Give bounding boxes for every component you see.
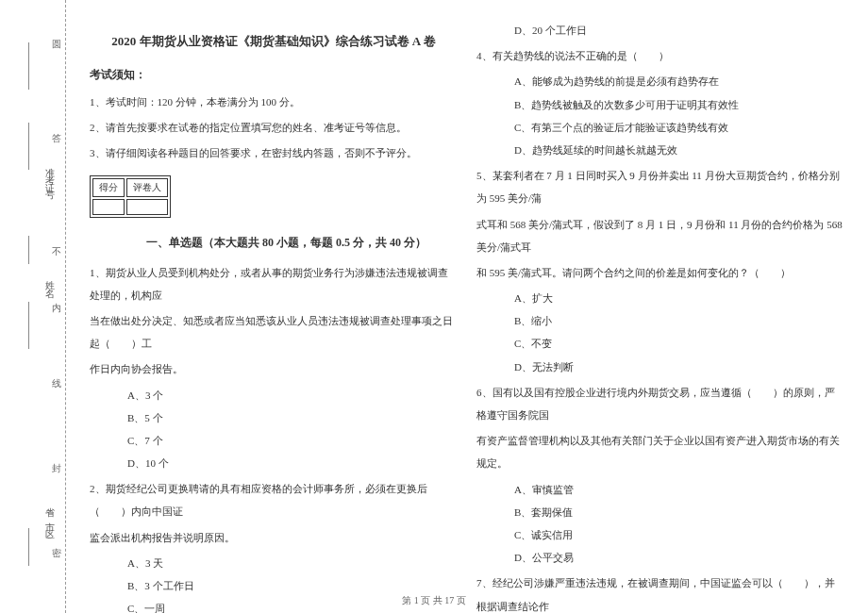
q6-option-b: B、套期保值	[514, 501, 844, 523]
score-header: 评卷人	[126, 178, 168, 197]
q2-stem: 2、期货经纪公司更换聘请的具有相应资格的会计师事务所，必须在更换后（ ）内向中国…	[90, 477, 458, 522]
q5-stem: 和 595 美/蒲式耳。请问两个合约之间的价差是如何变化的？（ ）	[476, 261, 844, 284]
seal-char: 答	[52, 132, 61, 145]
q5-option-c: C、不变	[514, 332, 844, 355]
seal-char: 圆	[52, 38, 61, 51]
underline	[28, 302, 29, 349]
q1-option-c: C、7 个	[127, 429, 458, 452]
q1-stem: 1、期货从业人员受到机构处分，或者从事的期货业务行为涉嫌违法违规被调查处理的，机…	[90, 261, 458, 306]
q6-stem: 有资产监督管理机构以及其他有关部门关于企业以国有资产进入期货市场的有关规定。	[476, 429, 844, 474]
seal-char: 封	[52, 462, 61, 475]
underline	[28, 42, 29, 90]
q1-option-b: B、5 个	[127, 406, 458, 429]
q4-option-a: A、能够成为趋势线的前提是必须有趋势存在	[514, 70, 844, 92]
q1-stem: 作日内向协会报告。	[90, 357, 458, 380]
exam-page: 圆 准考证号 答 不 姓名 内 线 封 省（市区） 密 2020 年期货从业资格…	[0, 0, 868, 613]
q6-stem: 6、国有以及国有控股企业进行境内外期货交易，应当遵循（ ）的原则，严格遵守国务院…	[476, 381, 844, 426]
q5-option-d: D、无法判断	[514, 356, 844, 378]
q1-stem: 当在做出处分决定、知悉或者应当知悉该从业人员违法违规被调查处理事项之日起（ ）工	[90, 309, 458, 355]
q6-option-c: C、诚实信用	[514, 523, 844, 546]
score-header: 得分	[92, 178, 125, 197]
q4-option-c: C、有第三个点的验证后才能验证该趋势线有效	[514, 116, 844, 139]
label-district: 省（市区）	[42, 500, 56, 538]
binding-margin: 圆 准考证号 答 不 姓名 内 线 封 省（市区） 密	[0, 0, 66, 613]
q3-option-d: D、20 个工作日	[514, 19, 844, 41]
label-id: 准考证号	[42, 160, 56, 191]
seal-char: 不	[52, 245, 61, 258]
q5-option-a: A、扩大	[514, 287, 844, 309]
underline	[28, 528, 29, 566]
score-table: 得分 评卷人	[90, 175, 171, 218]
underline	[28, 123, 29, 170]
notice-line: 3、请仔细阅读各种题目的回答要求，在密封线内答题，否则不予评分。	[90, 141, 458, 164]
q4-option-d: D、趋势线延续的时间越长就越无效	[514, 139, 844, 161]
q5-option-b: B、缩小	[514, 309, 844, 332]
q4-stem: 4、有关趋势线的说法不正确的是（ ）	[476, 44, 844, 67]
q1-option-a: A、3 个	[127, 384, 458, 406]
notice-line: 2、请首先按要求在试卷的指定位置填写您的姓名、准考证号等信息。	[90, 116, 458, 139]
left-column: 2020 年期货从业资格证《期货基础知识》综合练习试卷 A 卷 考试须知： 1、…	[80, 19, 467, 585]
seal-char: 密	[52, 547, 61, 560]
exam-title: 2020 年期货从业资格证《期货基础知识》综合练习试卷 A 卷	[90, 33, 458, 50]
seal-char: 内	[52, 302, 61, 315]
content-area: 2020 年期货从业资格证《期货基础知识》综合练习试卷 A 卷 考试须知： 1、…	[66, 0, 868, 613]
notice-title: 考试须知：	[90, 67, 458, 83]
q6-option-d: D、公平交易	[514, 546, 844, 569]
q4-option-b: B、趋势线被触及的次数多少可用于证明其有效性	[514, 93, 844, 116]
q5-stem: 式耳和 568 美分/蒲式耳，假设到了 8 月 1 日，9 月份和 11 月份的…	[476, 213, 844, 258]
page-footer: 第 1 页 共 17 页	[0, 594, 868, 607]
q2-stem: 监会派出机构报告并说明原因。	[90, 526, 458, 549]
part-title: 一、单选题（本大题共 80 小题，每题 0.5 分，共 40 分）	[146, 235, 426, 251]
q1-option-d: D、10 个	[127, 452, 458, 474]
right-column: D、20 个工作日 4、有关趋势线的说法不正确的是（ ） A、能够成为趋势线的前…	[467, 19, 854, 585]
q6-option-a: A、审慎监管	[514, 478, 844, 501]
seal-char: 线	[52, 377, 61, 390]
notice-line: 1、考试时间：120 分钟，本卷满分为 100 分。	[90, 91, 458, 113]
label-name: 姓名	[42, 273, 56, 289]
q5-stem: 5、某套利者在 7 月 1 日同时买入 9 月份并卖出 11 月份大豆期货合约，…	[476, 164, 844, 209]
q2-option-a: A、3 天	[127, 552, 458, 574]
underline	[28, 236, 29, 264]
